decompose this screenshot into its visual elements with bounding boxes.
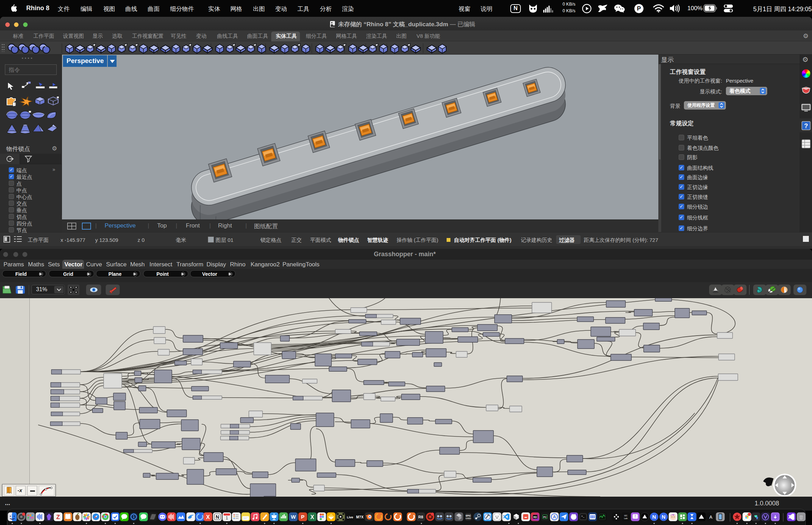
svg-text:W: W [291,514,296,520]
svg-text:Lab: Lab [624,517,628,519]
svg-text:RD: RD [533,516,537,518]
svg-text:PC: PC [543,516,547,518]
svg-text:1: 1 [226,516,228,520]
svg-text:EPIC: EPIC [465,514,471,517]
svg-text:X: X [310,514,314,520]
svg-text:GAMES: GAMES [465,518,471,519]
svg-text:1: 1 [133,515,135,519]
svg-text:!: ! [635,514,636,518]
svg-text:A: A [709,514,713,520]
svg-text:N: N [662,514,666,520]
svg-text:R8: R8 [418,515,423,519]
svg-text:N: N [216,514,219,520]
svg-text:>_: >_ [581,514,585,518]
svg-text:P: P [637,5,641,12]
svg-text:N: N [652,514,656,520]
svg-text:Z: Z [56,514,60,520]
svg-text:P: P [301,514,304,520]
svg-text:X: X [206,514,210,520]
svg-text:Live: Live [347,516,353,519]
svg-text:?: ? [804,122,808,130]
svg-text:A: A [553,514,556,519]
svg-text:M?X: M?X [356,515,363,519]
svg-text:I2C: I2C [624,514,628,517]
